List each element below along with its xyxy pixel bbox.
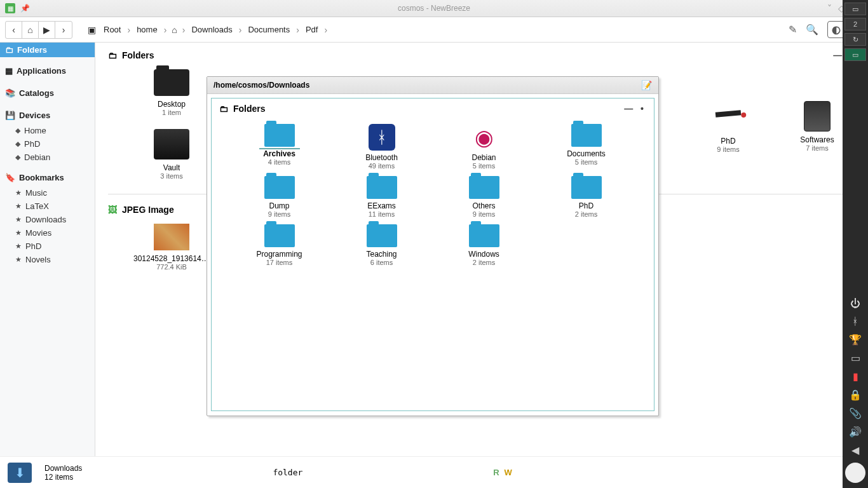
sidebar-bookmark-novels[interactable]: ★Novels: [0, 253, 95, 266]
item-label: Debian: [471, 153, 496, 162]
folder-icon: [154, 69, 189, 96]
search-icon[interactable]: 🔍: [806, 24, 818, 36]
popup-folder-programming[interactable]: Programming17 items: [229, 224, 329, 266]
window-title: cosmos - NewBreeze: [398, 4, 470, 13]
workspace-cycle-icon[interactable]: ↻: [844, 33, 866, 46]
status-permissions: R W: [493, 468, 512, 477]
folder-icon: [264, 176, 295, 199]
item-sublabel: 5 items: [473, 162, 495, 170]
bookmark-icon: 🔖: [5, 173, 15, 182]
folder-icon: [367, 224, 397, 247]
bullet-icon: ◆: [15, 153, 20, 161]
forward-play-button[interactable]: ▶: [39, 22, 55, 38]
home-crumb-icon[interactable]: ⌂: [169, 22, 179, 37]
folder-outline-icon: 🗀: [219, 104, 228, 114]
sidebar-device-home[interactable]: ◆Home: [0, 124, 95, 137]
breadcrumb: ▣ Root › home › ⌂ › Downloads › Document…: [85, 22, 329, 37]
chevron-left-icon[interactable]: ◀: [851, 444, 859, 456]
app-icon: ▦: [5, 3, 15, 13]
folder-icon: [571, 176, 602, 199]
crumb-home[interactable]: home: [133, 22, 161, 37]
sidebar-bookmark-music[interactable]: ★Music: [0, 186, 95, 200]
popup-folder-dump[interactable]: Dump9 items: [229, 176, 329, 218]
sidebar-bookmark-downloads[interactable]: ★Downloads: [0, 213, 95, 226]
sidebar: 🗀Folders ▦Applications 📚Catalogs 💾Device…: [0, 43, 95, 456]
sidebar-bookmarks-header: 🔖Bookmarks: [0, 169, 95, 186]
edit-icon[interactable]: ✎: [789, 24, 797, 36]
crumb-documents[interactable]: Documents: [244, 22, 294, 37]
battery-icon[interactable]: ▮: [853, 370, 858, 383]
popup-folder-teaching[interactable]: Teaching6 items: [332, 224, 431, 266]
folder-icon: 🗀: [5, 45, 13, 55]
status-name: Downloads: [44, 464, 82, 473]
popup-folder-bluetooth[interactable]: ᚼBluetooth49 items: [332, 124, 431, 170]
popup-folder-others[interactable]: Others9 items: [434, 176, 534, 218]
popup-folder-windows[interactable]: Windows2 items: [434, 224, 534, 266]
star-icon: ★: [15, 255, 22, 264]
chevron-icon: ›: [126, 25, 132, 35]
root-icon[interactable]: ▣: [85, 22, 98, 37]
popup-folder-debian[interactable]: ◉Debian5 items: [434, 124, 534, 170]
home-button[interactable]: ⌂: [22, 22, 39, 38]
crumb-downloads[interactable]: Downloads: [187, 22, 236, 37]
sidebar-device-debian[interactable]: ◆Debian: [0, 151, 95, 164]
sidebar-bookmark-movies[interactable]: ★Movies: [0, 226, 95, 240]
item-label: Documents: [567, 149, 606, 158]
workspace-window-icon[interactable]: ▭: [844, 3, 866, 15]
screen-icon[interactable]: ▭: [851, 352, 860, 364]
crumb-root[interactable]: Root: [100, 22, 125, 37]
bluetooth-icon[interactable]: ᚼ: [852, 316, 858, 327]
item-label: Bluetooth: [365, 153, 398, 162]
sidebar-bookmark-latex[interactable]: ★LaTeX: [0, 200, 95, 213]
attach-icon[interactable]: 📎: [849, 407, 862, 419]
sidebar-device-phd[interactable]: ◆PhD: [0, 137, 95, 151]
item-sublabel: 49 items: [369, 162, 395, 170]
image-file[interactable]: 30124528_19136140353797... 772.4 KiB: [133, 224, 210, 271]
popup-folder-documents[interactable]: Documents5 items: [536, 124, 636, 170]
item-sublabel: 11 items: [369, 210, 395, 218]
back-button[interactable]: ‹: [6, 22, 22, 38]
crumb-pdf[interactable]: Pdf: [302, 22, 322, 37]
item-sublabel: 9 items: [268, 210, 290, 218]
popup-folder-phd[interactable]: PhD2 items: [536, 176, 636, 218]
status-type: folder: [273, 468, 302, 477]
clock-icon[interactable]: [845, 463, 865, 483]
folder-desktop[interactable]: Desktop 1 item: [133, 69, 210, 116]
folder-vault[interactable]: Vault 3 items: [133, 129, 210, 180]
sidebar-applications[interactable]: ▦Applications: [0, 62, 95, 79]
forward-button[interactable]: ›: [55, 22, 72, 38]
folders-section-title: 🗀 Folders — •: [108, 48, 855, 63]
item-label: Teaching: [366, 250, 397, 259]
popup-section-menu-icon[interactable]: — •: [624, 104, 646, 114]
download-icon: ⬇: [8, 463, 32, 483]
power-icon[interactable]: ⏻: [850, 298, 860, 309]
popup-folder-archives[interactable]: Archives4 items: [229, 124, 329, 170]
folder-icon: [367, 176, 397, 199]
chevron-icon: ›: [238, 25, 243, 35]
star-icon: ★: [15, 189, 22, 197]
folder-icon: [571, 124, 602, 147]
item-label: Archives: [263, 149, 295, 158]
sidebar-folders[interactable]: 🗀Folders: [0, 43, 95, 57]
item-label: Others: [472, 201, 495, 210]
popup-edit-icon[interactable]: 📝: [641, 80, 652, 90]
folder-icon: [264, 124, 295, 147]
popup-folder-eexams[interactable]: EExams11 items: [332, 176, 431, 218]
sidebar-bookmark-phd[interactable]: ★PhD: [0, 240, 95, 253]
titlebar: ▦ 📌 cosmos - NewBreeze ˅ ◇ ✕: [0, 0, 868, 17]
workspace-indicator[interactable]: 2: [844, 18, 866, 30]
folder-phd[interactable]: PhD 9 items: [690, 106, 766, 153]
sidebar-catalogs[interactable]: 📚Catalogs: [0, 85, 95, 102]
catalog-icon: 📚: [5, 88, 15, 98]
item-sublabel: 5 items: [575, 158, 597, 166]
item-sublabel: 17 items: [266, 259, 293, 266]
volume-icon[interactable]: 🔊: [849, 426, 862, 438]
minimize-button[interactable]: ˅: [827, 3, 832, 13]
trophy-icon[interactable]: 🏆: [849, 334, 862, 346]
chevron-icon: ›: [323, 25, 329, 35]
workspace-active[interactable]: ▭: [844, 48, 866, 61]
sidebar-devices-header: 💾Devices: [0, 107, 95, 124]
pin-icon[interactable]: 📌: [20, 4, 30, 13]
lock-icon[interactable]: 🔒: [849, 389, 862, 401]
item-label: Programming: [256, 250, 302, 259]
